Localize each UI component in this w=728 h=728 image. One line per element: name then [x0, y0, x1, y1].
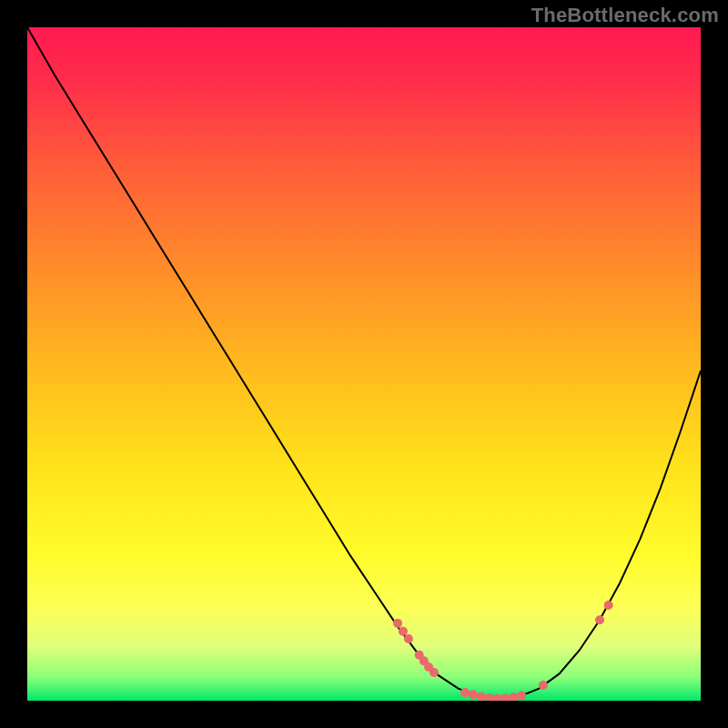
curve-marker: [469, 690, 478, 699]
curve-marker: [604, 601, 613, 610]
watermark-text: TheBottleneck.com: [531, 4, 719, 27]
curve-marker: [430, 668, 439, 677]
plot-background: [27, 27, 701, 701]
curve-marker: [539, 681, 548, 690]
curve-marker: [517, 691, 526, 700]
curve-marker: [404, 634, 413, 643]
chart-stage: TheBottleneck.com: [0, 0, 728, 728]
curve-marker: [393, 619, 402, 628]
curve-marker: [595, 615, 604, 624]
bottleneck-chart: [27, 27, 701, 701]
curve-marker: [399, 627, 408, 636]
curve-marker: [460, 688, 470, 697]
